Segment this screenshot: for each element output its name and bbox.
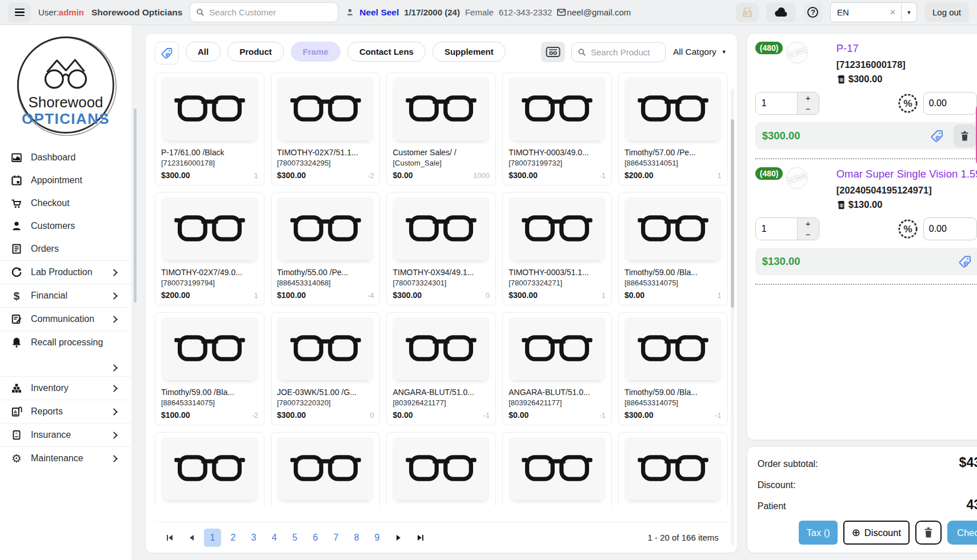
product-card[interactable]: Timothy/59.00 /Bla... [886453314075] $30…: [618, 312, 728, 425]
discount-input[interactable]: [923, 92, 977, 115]
customer-name[interactable]: Neel Seel: [359, 7, 399, 18]
menu-button[interactable]: [8, 3, 31, 22]
sidebar-item-appointment[interactable]: Appointment: [0, 169, 131, 192]
quantity-input[interactable]: [756, 218, 797, 240]
clear-icon[interactable]: ✕: [884, 8, 901, 17]
cloud-sync-button[interactable]: [766, 3, 796, 22]
sidebar-item-maintenance[interactable]: ⚙ Maintenance: [0, 446, 131, 470]
customer-search-input[interactable]: [209, 7, 332, 17]
product-card[interactable]: Timothy/55.00 /Pe... [886453314068] $100…: [271, 192, 381, 305]
first-page-button[interactable]: [161, 529, 179, 547]
product-card[interactable]: JOE-03WK/51.00 /G... [780073220320] $300…: [271, 312, 381, 425]
product-card[interactable]: ORX5154/51.00 /W...: [618, 432, 728, 506]
product-card[interactable]: TIMOTHY-0003/49.0... [780073199732] $300…: [502, 72, 612, 186]
product-search[interactable]: [571, 42, 666, 62]
category-select[interactable]: All Catgory ▼: [672, 43, 728, 61]
product-stock: 1: [602, 291, 606, 300]
price-tag-button[interactable]: [155, 42, 179, 65]
glasses-image: [637, 93, 709, 125]
tax-button[interactable]: Tax (): [799, 521, 837, 545]
page-number[interactable]: 9: [369, 529, 386, 547]
customer-search[interactable]: [190, 2, 338, 22]
product-card[interactable]: TIMOTHY-0003/51.1... [780073324271] $300…: [502, 192, 612, 305]
cart-item-name[interactable]: P-17: [836, 42, 977, 55]
sidebar-item-communication[interactable]: Communication: [0, 307, 131, 331]
next-page-button[interactable]: [389, 529, 407, 547]
product-card[interactable]: EDITJONAS/55.00 /...: [155, 432, 265, 506]
filter-pill[interactable]: Contact Lens: [347, 42, 426, 62]
sidebar-item-recall-processing[interactable]: Recall processing: [0, 331, 131, 376]
quantity-decrease-button[interactable]: −: [798, 229, 819, 240]
product-card[interactable]: ORY1619/49.00 /Blue: [502, 432, 612, 506]
product-name: Timothy/59.00 /Bla...: [624, 268, 722, 277]
page-number[interactable]: 8: [348, 529, 365, 547]
product-card[interactable]: TIMOTHY-0X94/49.1... [780073324301] $300…: [386, 192, 496, 305]
sidebar-item-orders[interactable]: Orders: [0, 237, 131, 260]
prev-page-button[interactable]: [182, 529, 201, 547]
apply-offer-button[interactable]: [954, 250, 976, 273]
product-card[interactable]: Customer Sales/ / [Custom_Sale] $0.00 10…: [386, 72, 496, 186]
page-number[interactable]: 5: [286, 529, 303, 547]
product-card[interactable]: ANGARA-BLUT/51.0... [803926421177] $0.00…: [386, 312, 496, 425]
page-number[interactable]: 6: [307, 529, 324, 547]
sidebar-item-inventory[interactable]: Inventory: [0, 376, 131, 400]
sidebar-scrollbar[interactable]: [134, 108, 137, 303]
cart-item-price: $300.00: [836, 74, 977, 84]
quantity-decrease-button[interactable]: −: [798, 103, 819, 114]
barcode-scan-button[interactable]: [541, 42, 565, 62]
register-button[interactable]: [736, 3, 759, 22]
product-image: [161, 198, 258, 260]
glasses-image: [637, 453, 709, 485]
product-search-input[interactable]: [591, 47, 659, 57]
order-discount-button[interactable]: ⊕ Discount: [843, 521, 910, 545]
chevron-down-icon[interactable]: ▼: [901, 3, 916, 22]
help-button[interactable]: ?: [803, 3, 823, 22]
sidebar-item-customers[interactable]: Customers: [0, 215, 131, 237]
quantity-input[interactable]: [756, 92, 797, 114]
logout-button[interactable]: Log out: [924, 2, 969, 22]
quantity-stepper: + −: [755, 217, 819, 240]
sidebar-item-dashboard[interactable]: Dashboard: [0, 146, 131, 169]
product-stock: 1: [717, 171, 721, 180]
sidebar-item-checkout[interactable]: Checkout: [0, 192, 131, 215]
page-number[interactable]: 1: [204, 529, 221, 547]
customer-dob: 1/17/2000 (24): [404, 7, 460, 17]
page-number[interactable]: 3: [245, 529, 262, 547]
last-page-button[interactable]: [411, 529, 429, 547]
product-card[interactable]: TIMOTHY-02X7/51.1... [780073324295] $300…: [271, 72, 381, 186]
product-card[interactable]: Timothy/59.00 /Bla... [886453314075] $10…: [155, 312, 265, 425]
sidebar-item-financial[interactable]: $ Financial: [0, 284, 131, 307]
prev-page-icon: [189, 534, 194, 541]
remove-item-button[interactable]: [954, 124, 976, 147]
discount-input[interactable]: [923, 217, 977, 240]
page-number[interactable]: 4: [266, 529, 283, 547]
cart-item-name[interactable]: Omar Super Single Vision 1.59: [836, 167, 977, 181]
quantity-increase-button[interactable]: +: [798, 218, 819, 229]
quantity-increase-button[interactable]: +: [798, 92, 819, 103]
filter-pill[interactable]: Supplement: [433, 42, 506, 62]
sidebar-item-insurance[interactable]: ✳ Insurance: [0, 423, 131, 446]
checkout-button[interactable]: Checkout: [947, 521, 977, 545]
filter-pill[interactable]: Product: [227, 42, 284, 62]
page-number[interactable]: 7: [327, 529, 345, 547]
sidebar-item-lab-production[interactable]: Lab Production: [0, 260, 131, 284]
filter-pill[interactable]: All: [186, 42, 221, 62]
chevron-right-icon: [110, 269, 118, 276]
product-card[interactable]: Timothy/57.00 /Pe... [886453314051] $200…: [618, 72, 728, 186]
product-card[interactable]: TIMOTHY-02X7/49.0... [780073199794] $200…: [155, 192, 265, 305]
product-card[interactable]: ORY1620/48.00 /Bla...: [386, 432, 496, 506]
product-card[interactable]: P-17/61.00 /Black [712316000178] $300.00…: [155, 72, 265, 186]
apply-offer-button[interactable]: [926, 124, 948, 147]
person-icon: [346, 8, 354, 17]
product-image: [624, 437, 722, 500]
chevron-right-icon: [110, 316, 118, 323]
page-number[interactable]: 2: [225, 529, 242, 547]
product-card[interactable]: ANGARA-BLUT/51.0... [803926421177] $0.00…: [502, 312, 612, 425]
product-card[interactable]: Timothy/59.00 /Bla... [886453314075] $0.…: [618, 192, 728, 305]
product-card[interactable]: ORY1620/48.00 /Pink: [271, 432, 381, 506]
clear-cart-button[interactable]: [915, 521, 942, 545]
language-select[interactable]: EN ✕ ▼: [830, 2, 917, 22]
sidebar-item-reports[interactable]: A Reports: [0, 400, 131, 423]
product-scrollbar[interactable]: [731, 119, 734, 308]
filter-pill[interactable]: Frame: [291, 42, 341, 62]
